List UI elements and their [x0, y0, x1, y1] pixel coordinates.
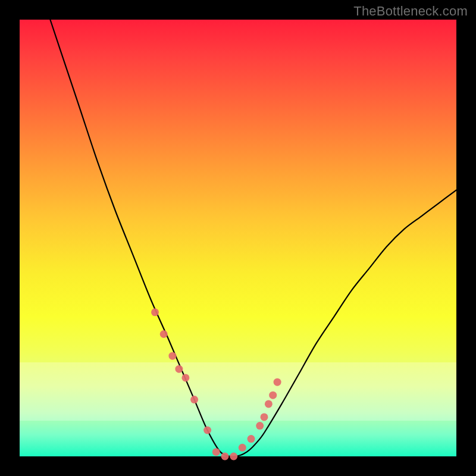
curve-marker — [256, 422, 264, 430]
chart-svg — [20, 20, 456, 456]
curve-marker — [265, 400, 273, 408]
curve-marker — [168, 352, 176, 360]
curve-marker — [239, 444, 246, 452]
chart-plot-area — [20, 20, 456, 456]
watermark-text: TheBottleneck.com — [353, 4, 468, 19]
curve-marker — [175, 365, 183, 373]
curve-marker — [160, 330, 168, 338]
curve-marker — [221, 453, 229, 461]
curve-marker — [230, 453, 237, 461]
curve-marker — [269, 392, 277, 399]
curve-marker — [181, 374, 189, 381]
curve-marker — [261, 413, 268, 421]
curve-marker — [151, 308, 159, 316]
curve-marker — [203, 427, 211, 434]
curve-marker — [212, 448, 220, 456]
bottleneck-curve — [50, 20, 456, 456]
curve-marker — [248, 435, 255, 443]
curve-marker — [274, 378, 281, 386]
curve-marker — [190, 396, 198, 403]
